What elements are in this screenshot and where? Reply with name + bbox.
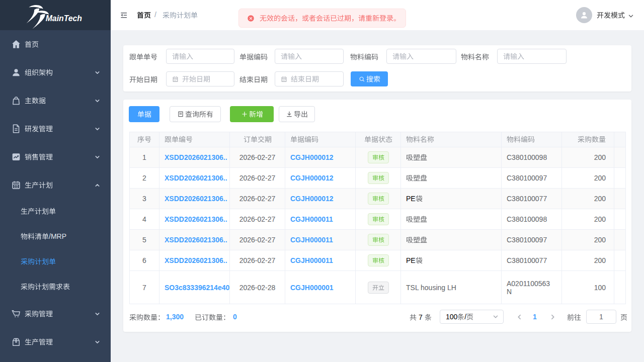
- svg-text:MainTech: MainTech: [46, 14, 82, 23]
